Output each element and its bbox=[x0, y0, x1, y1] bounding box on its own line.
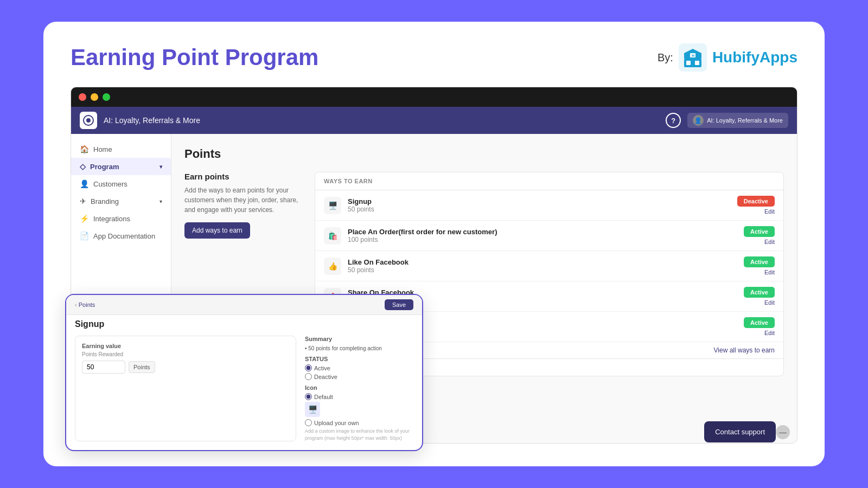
outer-card: Earning Point Program By: H HubifyApps bbox=[43, 22, 825, 466]
sidebar-item-program[interactable]: ◇ Program ▾ bbox=[71, 158, 171, 175]
facebook-share-status-button[interactable]: Active bbox=[744, 287, 775, 298]
signup-actions: Deactive Edit bbox=[737, 196, 775, 215]
points-input[interactable] bbox=[82, 361, 125, 374]
program-icon: ◇ bbox=[80, 162, 86, 171]
instagram-edit-link[interactable]: Edit bbox=[764, 330, 775, 336]
signup-name: Signup bbox=[348, 197, 731, 206]
popup-body: Earning value Points Rewarded Points Sum… bbox=[66, 331, 422, 446]
upload-description: Add a custom image to enhance the look o… bbox=[305, 428, 413, 441]
dot-yellow[interactable] bbox=[91, 93, 98, 101]
order-actions: Active Edit bbox=[744, 226, 775, 245]
earn-title: Earn points bbox=[184, 172, 304, 181]
facebook-like-points: 50 points bbox=[348, 266, 737, 274]
store-icon: H bbox=[679, 43, 707, 72]
facebook-share-edit-link[interactable]: Edit bbox=[764, 299, 775, 306]
customers-icon: 👤 bbox=[80, 179, 89, 188]
order-icon: 🛍️ bbox=[324, 227, 341, 245]
facebook-like-name: Like On Facebook bbox=[348, 258, 737, 266]
svg-point-7 bbox=[86, 118, 91, 123]
upload-label: Upload your own bbox=[314, 420, 359, 426]
app-nav-logo bbox=[80, 112, 97, 129]
summary-title: Summary bbox=[305, 336, 413, 342]
popup-title: Signup bbox=[66, 315, 422, 331]
earn-description: Add the ways to earn points for your cus… bbox=[184, 185, 304, 215]
points-unit-label: Points bbox=[129, 361, 155, 373]
facebook-like-edit-link[interactable]: Edit bbox=[764, 269, 775, 275]
sidebar-item-integrations[interactable]: ⚡ Integrations bbox=[71, 210, 171, 227]
docs-icon: 📄 bbox=[80, 232, 89, 240]
status-deactive-row: Deactive bbox=[305, 373, 413, 380]
sidebar-label-integrations: Integrations bbox=[93, 215, 130, 223]
nav-user-area[interactable]: 👤 AI: Loyalty, Referrals & More bbox=[687, 113, 788, 128]
help-button[interactable]: ? bbox=[666, 113, 681, 128]
user-icon: 👤 bbox=[693, 115, 704, 126]
facebook-like-info: Like On Facebook 50 points bbox=[348, 258, 737, 274]
facebook-share-actions: Active Edit bbox=[744, 287, 775, 306]
popup-header: ‹ Points Save bbox=[66, 295, 422, 315]
add-ways-button[interactable]: Add ways to earn bbox=[184, 222, 250, 239]
breadcrumb-points[interactable]: Points bbox=[79, 301, 95, 308]
points-title: Points bbox=[184, 147, 784, 161]
page-title: Earning Point Program bbox=[71, 44, 318, 70]
signup-icon: 🖥️ bbox=[324, 197, 341, 214]
order-points: 100 points bbox=[348, 236, 737, 243]
chevron-down-icon-branding: ▾ bbox=[159, 198, 162, 204]
icon-default-row: Default bbox=[305, 393, 413, 400]
status-deactive-radio[interactable] bbox=[305, 373, 312, 380]
icon-default-radio[interactable] bbox=[305, 393, 312, 400]
order-info: Place An Order(first order for new custo… bbox=[348, 228, 737, 243]
upload-row: Upload your own bbox=[305, 419, 413, 426]
signup-status-button[interactable]: Deactive bbox=[737, 196, 775, 207]
facebook-like-icon: 👍 bbox=[324, 258, 341, 275]
brand-by-label: By: bbox=[658, 52, 673, 64]
table-row: 🖥️ Signup 50 points Deactive Edit bbox=[315, 190, 783, 221]
icon-section-title: Icon bbox=[305, 384, 413, 391]
svg-rect-3 bbox=[695, 61, 699, 65]
icon-upload-radio[interactable] bbox=[305, 419, 312, 426]
sidebar-label-program: Program bbox=[90, 163, 119, 171]
points-rewarded-label: Points Rewarded bbox=[82, 351, 289, 357]
chevron-down-icon: ▾ bbox=[159, 164, 162, 170]
sidebar-label-customers: Customers bbox=[93, 180, 127, 188]
dot-green[interactable] bbox=[103, 93, 110, 101]
order-edit-link[interactable]: Edit bbox=[764, 239, 775, 245]
signup-points: 50 points bbox=[348, 206, 731, 213]
window-titlebar bbox=[71, 87, 797, 107]
facebook-like-status-button[interactable]: Active bbox=[744, 256, 775, 267]
svg-text:H: H bbox=[692, 54, 694, 57]
popup-left-panel: Earning value Points Rewarded Points bbox=[75, 336, 296, 441]
nav-user-name: AI: Loyalty, Referrals & More bbox=[707, 117, 783, 124]
icon-default-label: Default bbox=[314, 394, 333, 400]
popup-save-button[interactable]: Save bbox=[385, 299, 413, 310]
status-section-title: STATUS bbox=[305, 356, 413, 362]
sidebar-item-docs[interactable]: 📄 App Documentation bbox=[71, 227, 171, 245]
minimize-button[interactable]: — bbox=[776, 425, 790, 439]
instagram-actions: Active Edit bbox=[744, 317, 775, 336]
icon-preview: 🖥️ bbox=[305, 402, 320, 417]
app-navbar: AI: Loyalty, Referrals & More ? 👤 AI: Lo… bbox=[71, 107, 797, 134]
sidebar-item-branding[interactable]: ✈ Branding ▾ bbox=[71, 192, 171, 210]
sidebar-label-docs: App Documentation bbox=[93, 232, 155, 240]
status-active-radio[interactable] bbox=[305, 364, 312, 371]
instagram-status-button[interactable]: Active bbox=[744, 317, 775, 328]
app-nav-title: AI: Loyalty, Referrals & More bbox=[104, 116, 200, 125]
popup-breadcrumb: ‹ Points bbox=[75, 301, 95, 308]
order-status-button[interactable]: Active bbox=[744, 226, 775, 237]
brand-name: HubifyApps bbox=[712, 49, 797, 66]
summary-item: 50 points for completing action bbox=[305, 345, 413, 351]
dot-red[interactable] bbox=[79, 93, 86, 101]
signup-edit-link[interactable]: Edit bbox=[764, 208, 775, 215]
status-deactive-label: Deactive bbox=[314, 374, 337, 380]
earning-value-label: Earning value bbox=[82, 343, 289, 349]
table-row: 🛍️ Place An Order(first order for new cu… bbox=[315, 221, 783, 251]
contact-support-button[interactable]: Contact support bbox=[704, 421, 776, 442]
brand-area: By: H HubifyApps bbox=[658, 43, 797, 72]
status-active-row: Active bbox=[305, 364, 413, 371]
sidebar-label-branding: Branding bbox=[91, 197, 119, 206]
sidebar-item-customers[interactable]: 👤 Customers bbox=[71, 175, 171, 192]
icon-section: Icon Default 🖥️ Upload your own Add a cu… bbox=[305, 384, 413, 441]
sidebar-item-home[interactable]: 🏠 Home bbox=[71, 140, 171, 158]
signup-info: Signup 50 points bbox=[348, 197, 731, 213]
svg-rect-2 bbox=[686, 61, 691, 65]
sidebar-label-home: Home bbox=[93, 145, 112, 153]
